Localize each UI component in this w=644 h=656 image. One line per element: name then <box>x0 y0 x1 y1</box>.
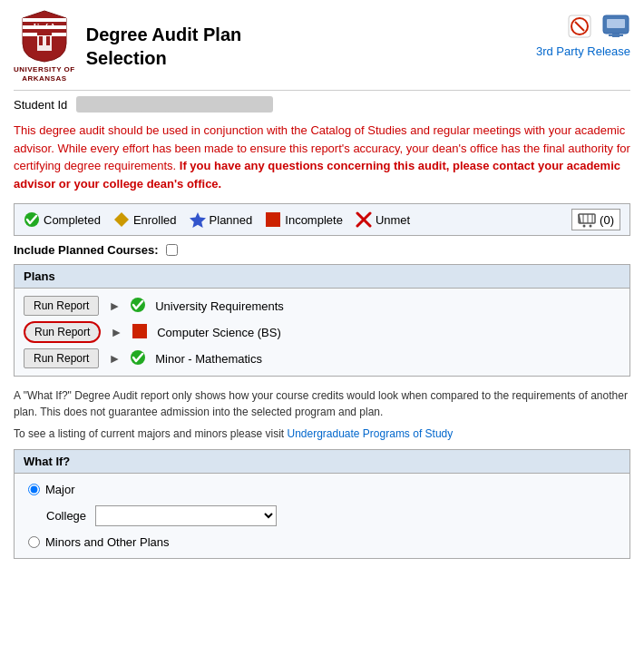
minors-radio[interactable] <box>28 536 40 548</box>
include-planned-label: Include Planned Courses: <box>14 243 159 257</box>
plans-table: Run Report ► University Requirements Run… <box>15 289 629 376</box>
whatif-content: Major College Minors and Other Plans <box>15 474 629 558</box>
svg-rect-18 <box>266 212 280 227</box>
major-radio[interactable] <box>28 484 40 495</box>
run-report-button-2[interactable]: Run Report <box>24 321 101 343</box>
plan-row: Run Report ► Minor - Mathematics <box>24 348 620 368</box>
whatif-info-text: A "What If?" Degree Audit report only sh… <box>14 387 630 420</box>
university-name: UNIVERSITY OFARKANSAS <box>14 65 75 83</box>
major-label: Major <box>45 483 75 496</box>
plan-row: Run Report ► Computer Science (BS) <box>24 321 620 343</box>
plan-status-completed-1 <box>130 297 146 316</box>
cancel-icon[interactable] <box>567 14 592 39</box>
header-right: 3rd Party Release <box>536 9 630 58</box>
plan-name-2: Computer Science (BS) <box>157 326 281 339</box>
whatif-info: A "What If?" Degree Audit report only sh… <box>14 387 630 442</box>
unmet-icon <box>356 211 372 228</box>
cart-icon <box>578 211 596 228</box>
plans-section: Plans Run Report ► University Requiremen… <box>14 264 630 377</box>
svg-rect-5 <box>39 36 43 45</box>
svg-point-26 <box>583 225 586 228</box>
undergraduate-programs-link[interactable]: Undergraduate Programs of Study <box>287 427 453 440</box>
svg-point-27 <box>590 225 592 228</box>
svg-marker-17 <box>190 212 206 228</box>
third-party-release-link[interactable]: 3rd Party Release <box>536 44 630 58</box>
run-report-button-3[interactable]: Run Report <box>24 348 99 368</box>
plan-arrow-icon-2: ► <box>110 325 122 339</box>
college-select[interactable] <box>95 505 277 526</box>
plans-section-header: Plans <box>15 265 629 289</box>
minors-radio-row: Minors and Other Plans <box>28 535 616 549</box>
plan-name-3: Minor - Mathematics <box>155 352 262 366</box>
svg-rect-6 <box>46 36 50 45</box>
header-left: U of A UNIVERSITY OFARKANSAS Degree Audi… <box>14 9 241 83</box>
college-label: College <box>46 509 86 523</box>
plan-arrow-icon-1: ► <box>108 299 121 313</box>
include-planned-checkbox[interactable] <box>166 244 178 256</box>
legend-row: Completed Enrolled Planned <box>14 203 630 236</box>
plan-arrow-icon-3: ► <box>108 351 121 366</box>
svg-rect-29 <box>132 324 147 338</box>
planned-icon <box>190 211 206 228</box>
svg-text:U of A: U of A <box>34 22 56 31</box>
plan-name-1: University Requirements <box>155 299 284 313</box>
student-id-row: Student Id ████████ ██████████ <box>14 96 630 113</box>
student-id-label: Student Id <box>14 98 67 112</box>
plan-row: Run Report ► University Requirements <box>24 296 620 316</box>
legend-planned: Planned <box>190 211 253 228</box>
disclaimer: This degree audit should be used in conj… <box>14 122 630 192</box>
college-row: College <box>28 505 616 526</box>
plan-status-completed-3 <box>130 349 146 368</box>
run-report-button-1[interactable]: Run Report <box>24 296 99 316</box>
header: U of A UNIVERSITY OFARKANSAS Degree Audi… <box>14 9 630 91</box>
whatif-header: What If? <box>15 450 629 474</box>
whatif-section: What If? Major College Minors and Other … <box>14 449 630 559</box>
legend-unmet: Unmet <box>356 211 410 228</box>
svg-rect-7 <box>37 33 52 35</box>
print-icon[interactable] <box>601 14 630 39</box>
page-container: U of A UNIVERSITY OFARKANSAS Degree Audi… <box>0 0 644 568</box>
svg-marker-16 <box>114 212 129 227</box>
cart-count: (0) <box>600 213 614 227</box>
plan-status-incomplete-2 <box>132 323 148 342</box>
header-icons <box>567 14 630 39</box>
whatif-link-row: To see a listing of current majors and m… <box>14 426 630 442</box>
student-id-value: ████████ ██████████ <box>76 96 272 113</box>
legend-completed: Completed <box>24 211 101 228</box>
page-title: Degree Audit Plan Selection <box>86 23 242 70</box>
completed-icon <box>24 211 40 228</box>
university-logo: U of A UNIVERSITY OFARKANSAS <box>14 9 75 83</box>
legend-enrolled: Enrolled <box>113 211 177 228</box>
include-planned-row: Include Planned Courses: <box>14 243 630 257</box>
enrolled-icon <box>113 211 130 228</box>
ua-shield-icon: U of A <box>21 9 68 64</box>
major-radio-row: Major <box>28 483 616 496</box>
cart-icon-box[interactable]: (0) <box>571 209 620 230</box>
incomplete-icon <box>265 211 281 228</box>
legend-incomplete: Incomplete <box>265 211 343 228</box>
svg-rect-12 <box>607 19 625 28</box>
minors-label: Minors and Other Plans <box>45 535 170 549</box>
